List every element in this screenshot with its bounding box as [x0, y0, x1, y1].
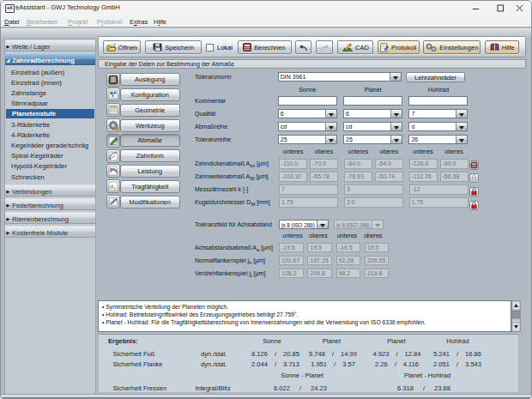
- svg-text:P: P: [110, 167, 114, 173]
